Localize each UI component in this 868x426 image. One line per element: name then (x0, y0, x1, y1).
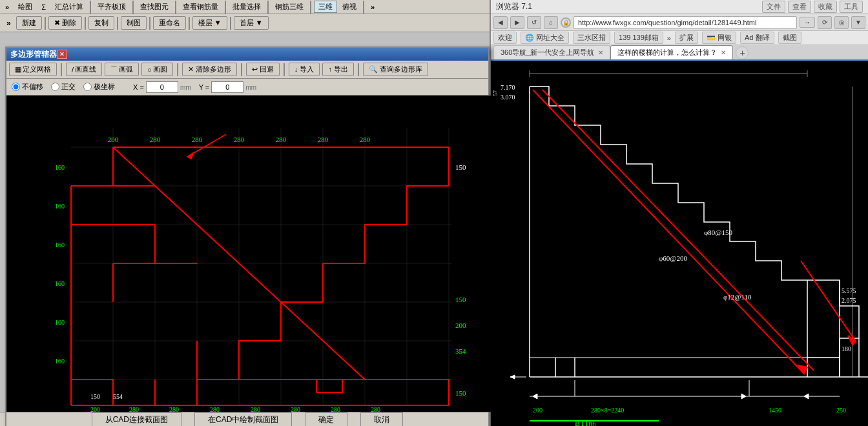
radio-polar[interactable] (83, 83, 92, 91)
bookmark-more[interactable]: » (667, 34, 671, 42)
cad-toolbar-more[interactable]: » (3, 17, 15, 29)
coord-x-label: X = mm (133, 81, 191, 93)
cad-topview-btn[interactable]: 俯视 (338, 1, 360, 13)
browser-controls: 文件 查看 收藏 工具 (762, 1, 863, 13)
radio-orthogonal[interactable] (51, 83, 59, 91)
bookmark-translate[interactable]: Ad 翻译 (740, 32, 774, 44)
file-menu[interactable]: 文件 (762, 1, 785, 13)
cad-copy-btn[interactable]: 复制 (88, 16, 114, 30)
svg-text:180: 180 (842, 345, 851, 352)
svg-text:7.170: 7.170 (501, 84, 515, 91)
btn-undo[interactable]: ↩ 回退 (246, 63, 280, 76)
svg-text:280: 280 (192, 136, 203, 143)
cad-more-btn[interactable]: » (1, 2, 13, 12)
sep-t1-6 (230, 17, 231, 30)
tab-360nav[interactable]: 360导航_新一代安全上网导航 ✕ (493, 45, 610, 59)
svg-text:150: 150 (90, 393, 100, 400)
bookmark-sanshui[interactable]: 三水区招 (573, 32, 610, 44)
btn-confirm[interactable]: 确定 (305, 412, 347, 426)
nav-extra[interactable]: ▼ (851, 16, 865, 29)
svg-text:1450: 1450 (769, 407, 781, 414)
view-menu[interactable]: 查看 (788, 1, 811, 13)
svg-text:150: 150 (455, 296, 466, 303)
cad-application: » 绘图 Σ 汇总计算 平齐板顶 查找图元 查看钢筋量 批量选择 钢筋三维 三维… (0, 0, 491, 426)
btn-draw-line[interactable]: / 画直线 (66, 63, 102, 76)
tools-menu[interactable]: 工具 (840, 1, 863, 13)
bookmark-welcome[interactable]: 欢迎 (493, 32, 517, 44)
home-button[interactable]: ⌂ (544, 16, 558, 29)
btn-query-library[interactable]: 🔍 查询多边形库 (363, 63, 428, 76)
btn-import[interactable]: ↓ 导入 (289, 63, 320, 76)
cad-batchsel-btn[interactable]: 批量选择 (229, 1, 265, 13)
option-orthogonal[interactable]: 正交 (51, 82, 76, 92)
cad-firstfloor-dropdown[interactable]: 首层 ▼ (234, 16, 269, 30)
separator-5 (267, 1, 269, 14)
cad-canvas[interactable]: 200 280 280 280 280 280 280 160 160 160 … (6, 96, 491, 412)
btn-cancel[interactable]: 取消 (360, 412, 403, 426)
security-icon: 🔒 (561, 17, 571, 28)
sep-t1-3 (117, 17, 118, 30)
bookmark-netbank[interactable]: 💳 网银 (702, 32, 736, 44)
cad-flatslab-btn[interactable]: 平齐板顶 (94, 1, 130, 13)
bookmark-email[interactable]: 139 139邮箱 (614, 32, 663, 44)
tab-stair-close[interactable]: ✕ (721, 49, 726, 56)
svg-text:160: 160 (55, 241, 65, 249)
tab-stair[interactable]: 这样的楼梯的计算，怎么计算？ ✕ (610, 45, 733, 59)
cad-rebar3d-btn[interactable]: 钢筋三维 (271, 1, 307, 13)
cad-draw-btn[interactable]: 制图 (121, 16, 147, 30)
btn-draw-arc[interactable]: ⌒ 画弧 (105, 63, 139, 76)
coord-x-input[interactable] (146, 81, 178, 93)
cad-more2-btn[interactable]: » (367, 2, 378, 12)
btn-clear-polygon[interactable]: ✕ 清除多边形 (182, 63, 237, 76)
cad-rename-btn[interactable]: 重命名 (153, 16, 186, 30)
btn-draw-circle[interactable]: ○ 画圆 (141, 63, 173, 76)
cad-viewrebar-btn[interactable]: 查看钢筋量 (179, 1, 222, 13)
cad-delete-btn[interactable]: ✖ 删除 (48, 16, 82, 30)
cad-new-btn[interactable]: 新建 (16, 16, 42, 30)
separator-7 (363, 1, 364, 14)
dtb-sep3 (241, 63, 242, 76)
svg-text:280: 280 (150, 136, 161, 143)
svg-text:160: 160 (55, 203, 65, 210)
coord-y-input[interactable] (211, 81, 243, 93)
cad-summary-menu[interactable]: 汇总计算 (51, 1, 87, 13)
svg-text:φ80@150: φ80@150 (704, 228, 732, 236)
separator-1 (90, 1, 91, 14)
bookmark-expand[interactable]: 扩展 (675, 32, 698, 44)
svg-rect-48 (6, 96, 491, 412)
svg-text:2.075: 2.075 (842, 297, 856, 304)
svg-text:200: 200 (90, 406, 100, 412)
go-button[interactable]: → (800, 17, 815, 28)
cad-draw-menu[interactable]: 绘图 (14, 1, 36, 13)
favorites-menu[interactable]: 收藏 (814, 1, 837, 13)
refresh-button[interactable]: ↺ (527, 16, 541, 29)
bookmark-urlbig[interactable]: 🌐 网址大全 (521, 32, 569, 44)
rss-icon[interactable]: ◎ (834, 16, 849, 29)
dialog-title-bar[interactable]: 多边形管辖器 ✕ (6, 48, 488, 61)
cad-toolbar-1: » 新建 ✖ 删除 复制 制图 重命名 楼层 ▼ 首层 ▼ (0, 14, 490, 32)
back-button[interactable]: ◀ (493, 16, 508, 29)
option-polar[interactable]: 极坐标 (83, 82, 115, 92)
btn-draw-in-cad[interactable]: 在CAD中绘制截面图 (194, 412, 292, 426)
svg-text:3.070: 3.070 (501, 94, 515, 101)
radio-no-offset[interactable] (12, 83, 20, 91)
new-tab-button[interactable]: + (736, 46, 749, 59)
forward-button[interactable]: ▶ (510, 16, 524, 29)
sep-t1-5 (189, 17, 190, 30)
cad-findelement-btn[interactable]: 查找图元 (136, 1, 172, 13)
bookmark-screenshot[interactable]: 截图 (778, 32, 801, 44)
refresh-icon[interactable]: ⟳ (818, 16, 832, 29)
dialog-close-button[interactable]: ✕ (57, 50, 67, 59)
svg-text:160: 160 (55, 164, 65, 171)
option-no-offset[interactable]: 不偏移 (12, 82, 43, 92)
btn-from-cad[interactable]: 从CAD连接截面图 (92, 412, 181, 426)
tab-360nav-close[interactable]: ✕ (598, 49, 603, 56)
btn-define-grid[interactable]: ▦ 定义网格 (9, 63, 57, 76)
browser-title: 浏览器 7.1 (496, 1, 532, 12)
url-input[interactable] (574, 16, 797, 29)
cad-bottom-bar: 从CAD连接截面图 在CAD中绘制截面图 确定 取消 (6, 412, 488, 426)
btn-export[interactable]: ↑ 导出 (322, 63, 354, 76)
stair-diagram: 7.170 3.070 φ60@200 φ80@150 φ12@110 200 … (491, 61, 868, 426)
cad-floor-dropdown[interactable]: 楼层 ▼ (192, 16, 227, 30)
cad-3d-btn[interactable]: 三维 (314, 1, 337, 13)
